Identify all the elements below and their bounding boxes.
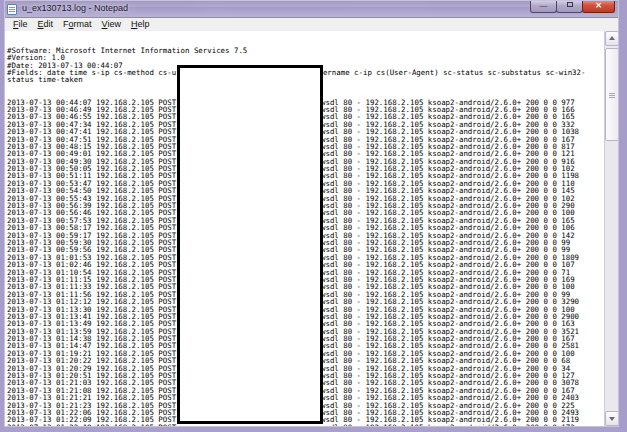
menu-bar: FileEditFormatViewHelp bbox=[5, 18, 618, 31]
window-controls: — ✕ bbox=[531, 0, 615, 13]
log-header-line: #Software: Microsoft Internet Informatio… bbox=[7, 47, 604, 54]
scrollbar-grip-icon bbox=[609, 93, 615, 94]
log-row: 2013-07-13 01:22:19 192.168.2.105 POSTws… bbox=[7, 424, 604, 426]
maximize-icon bbox=[567, 2, 573, 7]
log-row-left: 2013-07-13 01:22:19 192.168.2.105 POST bbox=[7, 423, 176, 426]
redaction-box bbox=[177, 65, 323, 424]
menu-item-edit[interactable]: Edit bbox=[33, 18, 59, 31]
client-area: FileEditFormatViewHelp #Software: Micros… bbox=[4, 17, 619, 427]
menu-item-view[interactable]: View bbox=[97, 18, 126, 31]
scroll-up-arrow-icon[interactable] bbox=[605, 31, 619, 46]
notepad-app-icon bbox=[7, 4, 17, 15]
maximize-button[interactable] bbox=[556, 0, 583, 13]
titlebar[interactable]: u_ex130713.log - Notepad — ✕ bbox=[0, 0, 627, 17]
close-button[interactable]: ✕ bbox=[582, 0, 615, 13]
menu-item-file[interactable]: File bbox=[8, 18, 33, 31]
scrollbar-thumb[interactable] bbox=[605, 48, 619, 141]
menu-item-format[interactable]: Format bbox=[58, 18, 97, 31]
scroll-down-arrow-icon[interactable] bbox=[605, 411, 619, 426]
vertical-scrollbar[interactable] bbox=[604, 31, 618, 426]
notepad-window: u_ex130713.log - Notepad — ✕ FileEditFor… bbox=[0, 0, 627, 432]
menu-item-help[interactable]: Help bbox=[126, 18, 155, 31]
log-row-right: wsdl 80 - 192.168.2.105 ksoap2-android/2… bbox=[321, 424, 575, 426]
minimize-button[interactable]: — bbox=[530, 0, 557, 13]
window-title: u_ex130713.log - Notepad bbox=[22, 3, 128, 13]
